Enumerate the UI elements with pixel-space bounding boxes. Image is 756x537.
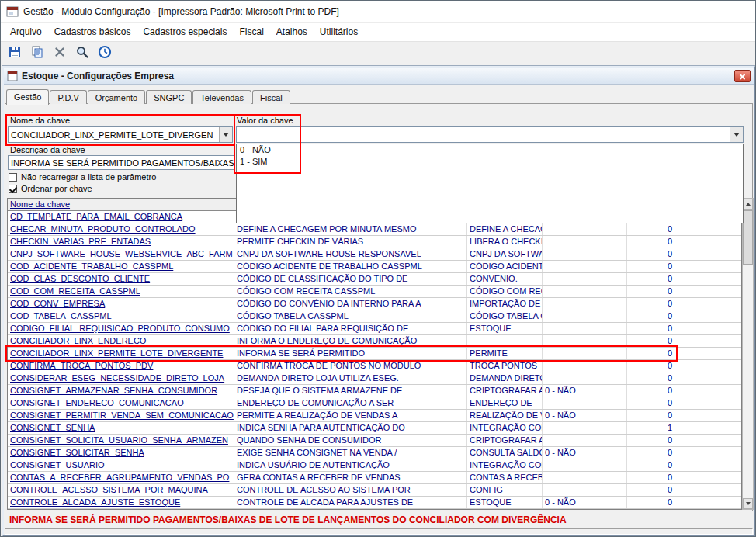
grid-cell: INTEGRAÇÃO CONSIGNET. — [467, 459, 543, 471]
copy-button[interactable] — [27, 43, 47, 62]
dropdown-option-0-nao[interactable]: 0 - NÃO — [237, 144, 743, 156]
status-bar: INFORMA SE SERÁ PERMITIDO PAGAMENTOS/BAI… — [5, 511, 753, 528]
scrollbar-thumb[interactable] — [743, 210, 753, 265]
grid-header-key[interactable]: Nome da chave — [8, 199, 234, 210]
key-name-dropdown-button[interactable] — [219, 127, 232, 142]
grid-row[interactable]: CONSIGNET_SOLICITAR_SENHAEXIGE SENHA CON… — [8, 447, 741, 459]
menu-item-fiscal[interactable]: Fiscal — [233, 23, 269, 41]
save-button[interactable] — [5, 43, 25, 62]
grid-cell: 0 — [627, 236, 675, 248]
grid-row[interactable]: CODIGO_FILIAL_REQUISICAO_PRODUTO_CONSUMO… — [8, 323, 741, 335]
description-field[interactable]: INFORMA SE SERÁ PERMITIDO PAGAMENTOS/BAI… — [8, 155, 235, 170]
grid-row-highlighted[interactable]: CONCILIADOR_LINX_PERMITE_LOTE_DIVERGENTE… — [8, 348, 741, 360]
grid-cell: 0 — [627, 372, 675, 384]
grid-cell — [675, 422, 741, 434]
grid-row[interactable]: CONFIRMA_TROCA_PONTOS_PDVCONFIRMA TROCA … — [8, 360, 741, 372]
grid-row[interactable]: COD_TABELA_CASSPMLCÓDIGO TABELA CASSPMLC… — [8, 310, 741, 323]
checkbox-order-by-key[interactable]: Ordenar por chave — [9, 184, 92, 193]
menu-item-cadastros-basicos[interactable]: Cadastros básicos — [48, 23, 137, 41]
grid-row[interactable]: CONSIGNET_PERMITIR_VENDA_SEM_COMUNICACAO… — [8, 410, 741, 422]
grid-cell: 0 — [627, 360, 675, 372]
menu-item-atalhos[interactable]: Atalhos — [270, 23, 314, 41]
close-button[interactable] — [734, 70, 751, 82]
grid-row[interactable]: CONSIGNET_ENDERECO_COMUNICACAOENDEREÇO D… — [8, 397, 741, 410]
grid-cell: COD_COM_RECEITA_CASSPML — [8, 286, 234, 297]
value-dropdown-list[interactable]: 0 - NÃO1 - SIM — [236, 144, 744, 223]
grid-cell — [543, 248, 627, 260]
grid-cell: CONSIGNET_SOLICITA_USUARIO_SENHA_ARMAZEN — [8, 435, 234, 446]
grid-cell: 0 — [627, 435, 675, 446]
grid-row[interactable]: CNPJ_SOFTWARE_HOUSE_WEBSERVICE_ABC_FARMC… — [8, 248, 741, 261]
grid-vertical-scrollbar[interactable] — [742, 198, 754, 510]
key-name-combobox[interactable]: CONCILIADOR_LINX_PERMITE_LOTE_DIVERGEN — [8, 126, 233, 143]
grid-cell: DESEJA QUE O SISTEMA ARMAZENE DE — [234, 385, 467, 397]
grid-cell: CONTROLE_ALCADA_AJUSTE_ESTOQUE — [8, 497, 234, 508]
key-value-dropdown-button[interactable] — [730, 127, 743, 142]
grid-cell: 0 — [627, 348, 675, 359]
grid-cell — [675, 248, 741, 260]
search-button[interactable] — [72, 43, 92, 62]
grid-row[interactable]: COD_CONV_EMPRESACÓDIGO DO CONVÊNIO DA IN… — [8, 298, 741, 310]
grid-row[interactable]: CHECKIN_VARIAS_PRE_ENTADASPERMITE CHECKI… — [8, 236, 741, 248]
grid-row[interactable]: COD_CLAS_DESCONTO_CLIENTECÓDIGO DE CLASS… — [8, 273, 741, 286]
tab-fiscal[interactable]: Fiscal — [252, 90, 290, 104]
menu-item-arquivo[interactable]: Arquivo — [4, 23, 48, 41]
key-name-label: Nome da chave — [10, 116, 70, 125]
grid-cell: CD_TEMPLATE_PARA_EMAIL_COBRANCA — [8, 211, 234, 223]
grid-row[interactable]: CONSIGNET_USUARIOINDICA USUÁRIO DE AUTEN… — [8, 459, 741, 472]
grid-row[interactable]: CONSIGNET_SENHAINDICA SENHA PARA AUTENTI… — [8, 422, 741, 435]
grid-cell: 0 — [627, 223, 675, 235]
grid-cell — [675, 348, 741, 359]
grid-cell: CONTROLE DE ACESSO AO SISTEMA POR — [234, 484, 467, 496]
grid-row[interactable]: COD_COM_RECEITA_CASSPMLCÓDIGO COM RECEIT… — [8, 286, 741, 298]
tab-gestao[interactable]: Gestão — [6, 89, 49, 105]
scrollbar-up-button[interactable] — [743, 199, 753, 210]
grid-cell: CÓDIGO DE CLASSIFICAÇÃO DO TIPO DE — [234, 273, 467, 285]
grid-cell: 0 — [627, 335, 675, 347]
grid-row[interactable]: CHECAR_MINUTA_PRODUTO_CONTROLADODEFINE A… — [8, 223, 741, 236]
grid-row[interactable]: CONTAS_A_RECEBER_AGRUPAMENTO_VENDAS_POGE… — [8, 472, 741, 484]
grid-cell — [543, 435, 627, 446]
tab-orcamento[interactable]: Orçamento — [88, 90, 145, 104]
grid-cell — [543, 397, 627, 409]
grid-cell — [675, 236, 741, 248]
window-title: Gestão - Módulo Configuração - [Impresso… — [23, 6, 339, 17]
delete-button[interactable] — [50, 43, 70, 62]
scrollbar-down-button[interactable] — [743, 498, 753, 509]
grid-cell — [543, 273, 627, 285]
grid-cell — [675, 273, 741, 285]
grid-row[interactable]: CONTROLE_ACESSO_SISTEMA_POR_MAQUINACONTR… — [8, 484, 741, 497]
grid-cell: CONTAS A RECEBER — [467, 472, 543, 483]
dropdown-option-1-sim[interactable]: 1 - SIM — [237, 156, 743, 168]
grid-cell: ENDEREÇO DE COMUNICAÇÃO A SER — [234, 397, 467, 409]
grid-cell — [675, 447, 741, 459]
grid-cell: 0 - NÃO — [543, 447, 627, 459]
grid-cell: DEMANDA DIRETO LOJA — [467, 372, 543, 384]
grid-row[interactable]: CONSIGNET_ARMAZENAR_SENHA_CONSUMIDORDESE… — [8, 385, 741, 397]
menu-item-utilitarios[interactable]: Utilitários — [314, 23, 364, 41]
history-button[interactable] — [95, 43, 115, 62]
grid-cell: CRIPTOGRAFAR A SENHA — [467, 385, 543, 397]
menu-item-cadastros-especiais[interactable]: Cadastros especiais — [137, 23, 233, 41]
tab-televendas[interactable]: Televendas — [192, 90, 251, 104]
grid-row[interactable]: CONCILIADOR_LINX_ENDERECOINFORMA O ENDER… — [8, 335, 741, 348]
arrow-down-icon — [746, 502, 751, 505]
app-icon — [6, 5, 19, 18]
tab-p-d-v[interactable]: P.D.V — [50, 90, 86, 104]
key-value-combobox[interactable] — [236, 126, 744, 143]
grid-cell: 0 — [627, 385, 675, 397]
grid-row[interactable]: CONTROLE_ALCADA_AJUSTE_ESTOQUECONTROLE D… — [8, 497, 741, 509]
grid-row[interactable]: CONSIDERAR_ESEG_NECESSIDADE_DIRETO_LOJAD… — [8, 372, 741, 385]
grid-row[interactable]: CONSIGNET_SOLICITA_USUARIO_SENHA_ARMAZEN… — [8, 435, 741, 447]
grid-cell — [675, 385, 741, 397]
grid-row[interactable]: COD_ACIDENTE_TRABALHO_CASSPMLCÓDIGO ACID… — [8, 261, 741, 273]
tab-sngpc[interactable]: SNGPC — [146, 90, 192, 104]
grid-cell: EXIGE SENHA CONSIGNET NA VENDA / — [234, 447, 467, 459]
checkbox-no-reload[interactable]: Não recarregar a lista de parâmetro — [9, 172, 156, 182]
grid-cell: REALIZAÇÃO DE VENDAS A — [467, 410, 543, 421]
dialog-titlebar[interactable]: Estoque - Configurações Empresa — [4, 68, 754, 85]
grid-cell — [675, 360, 741, 372]
grid-cell: 0 — [627, 447, 675, 459]
grid-cell: CHECKIN_VARIAS_PRE_ENTADAS — [8, 236, 234, 248]
grid-cell — [543, 472, 627, 483]
